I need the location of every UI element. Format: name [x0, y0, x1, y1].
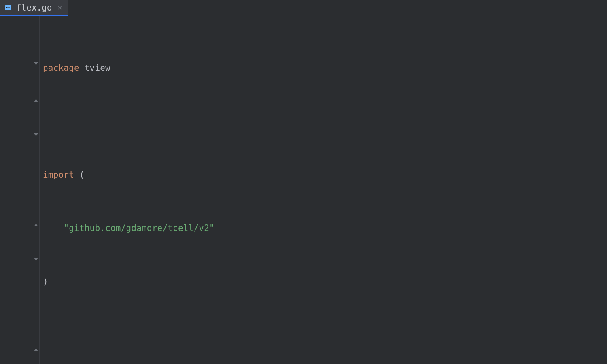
code-line — [40, 326, 607, 344]
package-name: tview — [85, 59, 110, 77]
fold-end-icon[interactable] — [33, 346, 39, 352]
code-line: ) — [40, 273, 607, 290]
paren: ) — [43, 273, 48, 290]
tab-flex-go[interactable]: flex.go × — [0, 0, 68, 16]
keyword: package — [43, 59, 79, 77]
keyword: import — [43, 166, 74, 184]
code-line: import ( — [40, 166, 607, 184]
svg-rect-5 — [8, 8, 8, 8]
fold-marker-icon[interactable] — [33, 61, 39, 67]
fold-end-icon[interactable] — [33, 97, 39, 103]
code-line — [40, 112, 607, 130]
svg-point-7 — [10, 5, 11, 6]
fold-marker-icon[interactable] — [33, 133, 39, 138]
svg-point-3 — [7, 7, 7, 7]
fold-end-icon[interactable] — [33, 222, 39, 227]
code-line: package tview — [40, 59, 607, 77]
close-icon[interactable]: × — [58, 3, 62, 12]
code-area[interactable]: package tview import ( "github.com/gdamo… — [40, 16, 607, 364]
svg-point-6 — [5, 5, 6, 6]
tab-bar: flex.go × — [0, 0, 607, 16]
tab-filename: flex.go — [16, 3, 52, 13]
editor[interactable]: package tview import ( "github.com/gdamo… — [0, 16, 607, 364]
gutter[interactable] — [0, 16, 40, 364]
fold-marker-icon[interactable] — [33, 257, 39, 263]
import-string: "github.com/gdamore/tcell/v2" — [64, 219, 214, 237]
code-line: "github.com/gdamore/tcell/v2" — [40, 219, 607, 237]
svg-point-4 — [9, 7, 10, 7]
paren: ( — [79, 166, 85, 184]
go-file-icon — [4, 4, 12, 12]
